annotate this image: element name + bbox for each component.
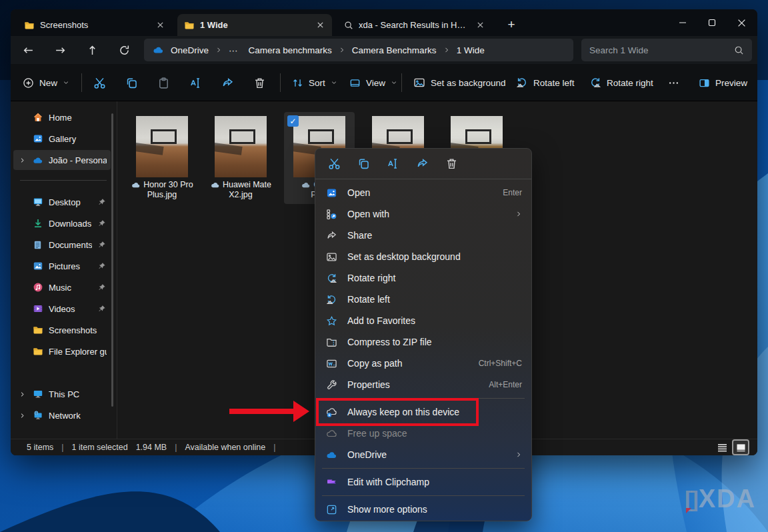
view-button[interactable]: View xyxy=(343,71,404,95)
menu-item-set-as-desktop-background[interactable]: Set as desktop background xyxy=(315,246,531,267)
large-icons-view-button[interactable] xyxy=(733,441,748,454)
sidebar-item-file-explorer-gui[interactable]: File Explorer gui xyxy=(13,341,111,361)
toolbar-separator xyxy=(81,73,82,92)
sidebar-item-label: Gallery xyxy=(49,134,107,144)
home-icon xyxy=(32,112,43,123)
folder-icon xyxy=(184,20,195,31)
tab-1-wide[interactable]: 1 Wide xyxy=(177,14,332,36)
search-input[interactable] xyxy=(589,45,734,55)
sort-button[interactable]: Sort xyxy=(285,71,344,95)
tab-screenshots[interactable]: Screenshots xyxy=(17,14,172,36)
rotate-left-button[interactable]: Rotate left xyxy=(509,71,581,95)
maximize-button[interactable] xyxy=(697,12,727,33)
sidebar-item-label: João - Personal xyxy=(49,155,107,165)
breadcrumb-1-wide[interactable]: 1 Wide xyxy=(453,43,489,57)
minimize-button[interactable] xyxy=(668,12,697,33)
toolbar-separator xyxy=(401,73,402,92)
cut-button[interactable] xyxy=(87,71,113,95)
see-more-button[interactable] xyxy=(661,71,686,95)
cut-icon[interactable] xyxy=(325,155,343,173)
menu-item-compress-to-zip[interactable]: Compress to ZIP file xyxy=(315,331,531,353)
sidebar-item-videos[interactable]: Videos xyxy=(13,299,111,319)
menu-item-share[interactable]: Share xyxy=(315,225,531,246)
copy-as-path-icon xyxy=(325,358,338,369)
close-tab-icon[interactable] xyxy=(155,20,165,31)
tab-search-results[interactable]: xda - Search Results in Home xyxy=(337,14,492,36)
sidebar-item-pictures[interactable]: Pictures xyxy=(13,256,111,276)
paste-button[interactable] xyxy=(151,71,177,95)
close-window-button[interactable] xyxy=(727,12,756,33)
context-menu: Open Enter Open with Share xyxy=(315,148,532,521)
breadcrumb-onedrive[interactable]: OneDrive xyxy=(167,43,213,57)
folder-icon xyxy=(24,20,35,31)
photo-thumbnail xyxy=(215,116,267,177)
menu-item-onedrive[interactable]: OneDrive xyxy=(315,444,531,465)
refresh-button[interactable] xyxy=(112,39,136,61)
sidebar-item-home[interactable]: Home xyxy=(13,107,111,127)
cloud-status-icon xyxy=(210,181,220,189)
share-button[interactable] xyxy=(215,71,241,95)
menu-item-add-to-favorites[interactable]: Add to Favorites xyxy=(315,310,531,331)
image-file-icon xyxy=(325,187,338,199)
copy-button[interactable] xyxy=(119,71,145,95)
breadcrumb-camera-benchmarks-2[interactable]: Camera Benchmarks xyxy=(348,43,441,57)
sidebar-item-network[interactable]: Network xyxy=(13,405,111,425)
share-icon xyxy=(221,77,234,89)
sort-button-label: Sort xyxy=(309,78,325,88)
chevron-right-icon[interactable] xyxy=(17,391,27,397)
menu-item-open-with[interactable]: Open with xyxy=(315,203,531,225)
file-item-honor-30-pro-plus[interactable]: Honor 30 Pro Plus.jpg xyxy=(127,112,197,204)
preview-button[interactable]: Preview xyxy=(692,71,754,95)
share-icon[interactable] xyxy=(413,155,431,173)
copy-icon[interactable] xyxy=(354,155,373,173)
up-button[interactable] xyxy=(80,39,104,61)
details-view-button[interactable] xyxy=(715,441,729,454)
breadcrumb-camera-benchmarks[interactable]: Camera benchmarks xyxy=(245,43,336,57)
plus-circle-icon xyxy=(23,77,34,89)
menu-item-show-more-options[interactable]: Show more options xyxy=(315,499,531,520)
menu-item-edit-with-clipchamp[interactable]: Edit with Clipchamp xyxy=(315,471,531,493)
back-button[interactable] xyxy=(16,39,40,61)
selected-checkbox[interactable]: ✓ xyxy=(287,115,299,127)
file-item-huawei-mate-x2[interactable]: Huawei Mate X2.jpg xyxy=(205,112,276,204)
sidebar-item-documents[interactable]: Documents xyxy=(13,235,111,255)
sidebar-scrollbar[interactable] xyxy=(111,113,113,407)
menu-item-properties[interactable]: Properties Alt+Enter xyxy=(315,374,531,395)
breadcrumb-ellipsis[interactable]: ··· xyxy=(225,43,242,57)
pin-icon xyxy=(97,283,107,292)
delete-button[interactable] xyxy=(247,71,273,95)
sidebar-item-screenshots[interactable]: Screenshots xyxy=(13,320,111,340)
availability-status: Available when online xyxy=(185,443,265,452)
sidebar-item-label: Desktop xyxy=(49,197,92,207)
file-name: X2.jpg xyxy=(229,190,252,200)
sidebar-item-downloads[interactable]: Downloads xyxy=(13,213,111,233)
rename-icon[interactable] xyxy=(383,155,402,173)
new-button-label: New xyxy=(39,78,57,88)
set-as-background-button[interactable]: Set as background xyxy=(407,71,513,95)
sidebar-item-gallery[interactable]: Gallery xyxy=(13,129,111,149)
menu-item-rotate-right[interactable]: Rotate right xyxy=(315,267,531,289)
close-tab-icon[interactable] xyxy=(315,20,325,31)
menu-item-rotate-left[interactable]: Rotate left xyxy=(315,289,531,310)
rotate-right-button[interactable]: Rotate right xyxy=(583,71,660,95)
sidebar-item-music[interactable]: Music xyxy=(13,277,111,297)
chevron-right-icon[interactable] xyxy=(17,413,27,419)
search-icon[interactable] xyxy=(734,45,744,55)
chevron-right-icon[interactable] xyxy=(17,157,27,163)
selection-count: 1 item selected xyxy=(72,443,128,452)
shortcut-label: Alt+Enter xyxy=(489,380,522,389)
sidebar-item-this-pc[interactable]: This PC xyxy=(13,384,111,404)
trash-icon[interactable] xyxy=(442,155,461,173)
forward-button[interactable] xyxy=(48,39,72,61)
menu-item-copy-as-path[interactable]: Copy as path Ctrl+Shift+C xyxy=(315,353,531,374)
menu-item-open[interactable]: Open Enter xyxy=(315,182,531,203)
close-tab-icon[interactable] xyxy=(475,20,485,31)
sidebar-item-onedrive-personal[interactable]: João - Personal xyxy=(13,150,111,170)
sidebar-item-desktop[interactable]: Desktop xyxy=(13,192,111,212)
sidebar-item-label: Network xyxy=(49,411,107,421)
tab-label: Screenshots xyxy=(40,20,149,30)
rename-button[interactable] xyxy=(183,71,209,95)
new-button[interactable]: New xyxy=(16,71,76,95)
new-tab-button[interactable]: + xyxy=(501,15,521,35)
rotate-right-icon xyxy=(325,273,338,284)
